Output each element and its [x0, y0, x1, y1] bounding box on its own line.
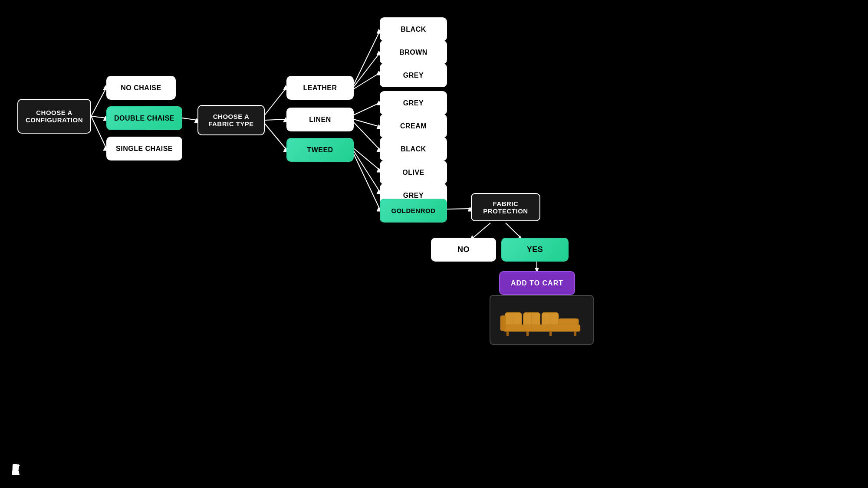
leather-brown-node[interactable]: BROWN	[380, 40, 447, 64]
svg-line-22	[354, 119, 380, 127]
svg-rect-45	[500, 315, 506, 331]
svg-line-26	[354, 148, 380, 170]
svg-rect-46	[506, 331, 509, 336]
svg-line-18	[354, 73, 380, 89]
svg-line-6	[182, 118, 197, 120]
svg-line-8	[265, 88, 286, 115]
linen-black-node[interactable]: BLACK	[380, 137, 447, 161]
single-chaise-node[interactable]: SINGLE CHAISE	[106, 137, 182, 160]
svg-line-12	[265, 124, 286, 150]
no-node[interactable]: NO	[431, 238, 496, 262]
canvas: CHOOSE A CONFIGURATION NO CHAISE DOUBLE …	[0, 0, 868, 488]
tweed-goldenrod-node[interactable]: GOLDENROD	[380, 199, 447, 223]
svg-rect-47	[526, 331, 529, 336]
svg-rect-49	[574, 331, 576, 336]
add-to-cart-button[interactable]: ADD TO CART	[499, 271, 575, 295]
linen-cream-node[interactable]: CREAM	[380, 114, 447, 138]
leather-node[interactable]: LEATHER	[286, 76, 354, 100]
svg-line-32	[447, 209, 471, 209]
svg-rect-44	[503, 324, 580, 331]
no-chaise-node[interactable]: NO CHAISE	[106, 76, 176, 100]
svg-line-0	[91, 88, 106, 116]
sofa-image	[490, 295, 594, 345]
leather-grey-node[interactable]: GREY	[380, 63, 447, 87]
svg-line-16	[354, 53, 380, 87]
svg-line-30	[354, 154, 380, 209]
choose-fabric-node[interactable]: CHOOSE A FABRIC TYPE	[197, 105, 265, 135]
yes-node[interactable]: YES	[501, 238, 569, 262]
svg-line-36	[506, 223, 521, 238]
tweed-olive-node[interactable]: OLIVE	[380, 160, 447, 184]
svg-line-28	[354, 151, 380, 192]
svg-line-20	[354, 103, 380, 115]
svg-rect-48	[549, 331, 552, 336]
svg-line-10	[265, 119, 286, 120]
choose-config-node[interactable]: CHOOSE A CONFIGURATION	[17, 99, 91, 134]
leather-black-node[interactable]: BLACK	[380, 17, 447, 41]
svg-line-24	[354, 122, 380, 150]
svg-line-4	[91, 116, 106, 148]
svg-line-2	[91, 116, 106, 118]
svg-line-34	[473, 223, 490, 238]
fabric-protection-node[interactable]: FABRIC PROTECTION	[471, 193, 540, 221]
linen-node[interactable]: LINEN	[286, 108, 354, 131]
tweed-node[interactable]: TWEED	[286, 138, 354, 162]
sofa-svg	[496, 298, 588, 342]
linen-grey-node[interactable]: GREY	[380, 91, 447, 115]
shopify-icon	[9, 462, 23, 479]
svg-line-14	[354, 31, 380, 85]
double-chaise-node[interactable]: DOUBLE CHAISE	[106, 106, 182, 130]
